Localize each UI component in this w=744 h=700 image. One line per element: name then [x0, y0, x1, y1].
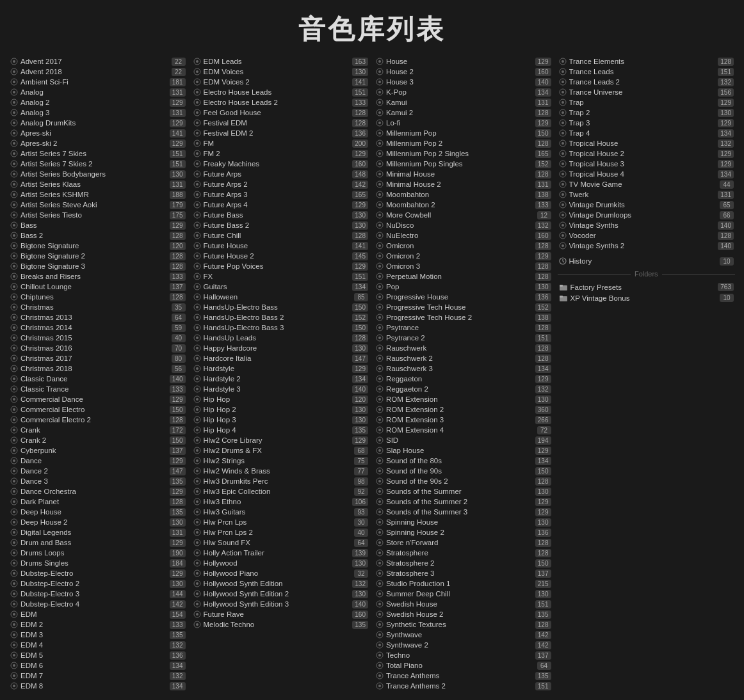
list-item[interactable]: Minimal House 128 [375, 169, 553, 179]
list-item[interactable]: Sounds of the Summer 2 129 [375, 497, 553, 507]
list-item[interactable]: Commercial Electro 150 [9, 404, 187, 415]
list-item[interactable]: Halloween 85 [192, 292, 370, 302]
list-item[interactable]: Bigtone Signature 120 [9, 241, 187, 251]
list-item[interactable]: Total Piano 64 [375, 660, 553, 671]
list-item[interactable]: Sound of the 90s 150 [375, 466, 553, 476]
list-item[interactable]: Festival EDM 128 [192, 118, 370, 128]
list-item[interactable]: Trap 2 130 [558, 107, 736, 118]
list-item[interactable]: Sound of the 90s 2 128 [375, 476, 553, 486]
list-item[interactable]: Hardstyle 129 [192, 363, 370, 374]
list-item[interactable]: EDM Voices 2 141 [192, 77, 370, 87]
list-item[interactable]: Rauschwerk 3 134 [375, 363, 553, 374]
list-item[interactable]: Analog 2 129 [9, 97, 187, 107]
list-item[interactable]: Millennium Pop 2 Singles 165 [375, 148, 553, 159]
list-item[interactable]: Hlw Prcn Lps 30 [192, 517, 370, 527]
list-item[interactable]: Analog DrumKits 129 [9, 118, 187, 128]
list-item[interactable]: EDM 3 135 [9, 630, 187, 640]
list-item[interactable]: Future Bass 2 130 [192, 220, 370, 230]
list-item[interactable]: Stratosphere 3 137 [375, 568, 553, 578]
list-item[interactable]: Bass 129 [9, 220, 187, 230]
list-item[interactable]: Future House 141 [192, 241, 370, 251]
list-item[interactable]: Millennium Pop 2 128 [375, 138, 553, 148]
list-item[interactable]: Progressive House 136 [375, 292, 553, 302]
list-item[interactable]: Hollywood Piano 32 [192, 568, 370, 578]
list-item[interactable]: Synthwave 2 142 [375, 640, 553, 650]
list-item[interactable]: Synthetic Textures 128 [375, 619, 553, 630]
list-item[interactable]: Hollywood 130 [192, 558, 370, 568]
list-item[interactable]: FX 151 [192, 271, 370, 282]
list-item[interactable]: Summer Deep Chill 130 [375, 589, 553, 599]
list-item[interactable]: Electro House Leads 151 [192, 87, 370, 97]
list-item[interactable]: FM 200 [192, 138, 370, 148]
list-item[interactable]: Synthwave 142 [375, 630, 553, 640]
list-item[interactable]: Guitars 134 [192, 282, 370, 292]
list-item[interactable]: Apres-ski 141 [9, 128, 187, 138]
list-item[interactable]: EDM Leads 163 [192, 56, 370, 67]
list-item[interactable]: Feel Good House 128 [192, 107, 370, 118]
list-item[interactable]: Trap 3 129 [558, 118, 736, 128]
list-item[interactable]: Christmas 2018 56 [9, 363, 187, 374]
list-item[interactable]: Freaky Machines 160 [192, 159, 370, 169]
list-item[interactable]: Trance Universe 156 [558, 87, 736, 97]
list-item[interactable]: Breaks and Risers 133 [9, 271, 187, 282]
list-item[interactable]: Hip Hop 2 130 [192, 404, 370, 415]
list-item[interactable]: Deep House 135 [9, 507, 187, 517]
list-item[interactable]: Vintage Synths 2 140 [558, 241, 736, 251]
list-item[interactable]: Holly Action Trailer 139 [192, 548, 370, 558]
list-item[interactable]: Analog 3 131 [9, 107, 187, 118]
list-item[interactable]: Trap 129 [558, 97, 736, 107]
list-item[interactable]: Classic Dance 140 [9, 374, 187, 384]
list-item[interactable]: Moombahton 2 133 [375, 200, 553, 210]
list-item[interactable]: Festival EDM 2 136 [192, 128, 370, 138]
list-item[interactable]: Dubstep-Electro 3 144 [9, 589, 187, 599]
list-item[interactable]: Christmas 2015 40 [9, 333, 187, 343]
list-item[interactable]: HandsUp-Electro Bass 2 152 [192, 312, 370, 322]
list-item[interactable]: Dubstep-Electro 2 130 [9, 578, 187, 589]
list-item[interactable]: Bass 2 128 [9, 230, 187, 241]
folder-item[interactable]: Factory Presets 763 [558, 282, 736, 292]
list-item[interactable]: Artist Series Klaas 131 [9, 179, 187, 189]
list-item[interactable]: Bigtone Signature 3 128 [9, 261, 187, 271]
list-item[interactable]: Artist Series Bodybangers 130 [9, 169, 187, 179]
list-item[interactable]: Trance Elements 128 [558, 56, 736, 67]
list-item[interactable]: Vintage Drumloops 66 [558, 210, 736, 220]
list-item[interactable]: HandsUp-Electro Bass 150 [192, 302, 370, 312]
list-item[interactable]: Hlw3 Guitars 93 [192, 507, 370, 517]
list-item[interactable]: Future Arps 148 [192, 169, 370, 179]
list-item[interactable]: Drums Singles 184 [9, 558, 187, 568]
list-item[interactable]: Dance Orchestra 129 [9, 486, 187, 497]
list-item[interactable]: Hlw2 Winds & Brass 77 [192, 466, 370, 476]
list-item[interactable]: Pop 130 [375, 282, 553, 292]
list-item[interactable]: Classic Trance 133 [9, 384, 187, 394]
list-item[interactable]: Sound of the 80s 134 [375, 456, 553, 466]
list-item[interactable]: Drums Loops 190 [9, 548, 187, 558]
list-item[interactable]: Trance Leads 2 132 [558, 77, 736, 87]
list-item[interactable]: Swedish House 151 [375, 599, 553, 609]
list-item[interactable]: Sounds of the Summer 130 [375, 486, 553, 497]
list-item[interactable]: Spinning House 2 136 [375, 527, 553, 537]
list-item[interactable]: Stratosphere 2 150 [375, 558, 553, 568]
list-item[interactable]: Hip Hop 3 130 [192, 415, 370, 425]
list-item[interactable]: SID 194 [375, 435, 553, 445]
list-item[interactable]: Christmas 2017 80 [9, 353, 187, 363]
list-item[interactable]: EDM 154 [9, 609, 187, 619]
list-item[interactable]: Trance Anthems 2 151 [375, 681, 553, 691]
list-item[interactable]: Reggaeton 129 [375, 374, 553, 384]
list-item[interactable]: Future Arps 4 129 [192, 200, 370, 210]
list-item[interactable]: Analog 131 [9, 87, 187, 97]
list-item[interactable]: Dance 2 147 [9, 466, 187, 476]
list-item[interactable]: ROM Extension 3 266 [375, 415, 553, 425]
list-item[interactable]: Artist Series KSHMR 188 [9, 189, 187, 200]
list-item[interactable]: Hlw2 Strings 75 [192, 456, 370, 466]
list-item[interactable]: Twerk 131 [558, 189, 736, 200]
list-item[interactable]: Omicron 2 129 [375, 251, 553, 261]
list-item[interactable]: Christmas 2014 59 [9, 322, 187, 333]
list-item[interactable]: Lo-fi 129 [375, 118, 553, 128]
list-item[interactable]: Hlw Prcn Lps 2 40 [192, 527, 370, 537]
list-item[interactable]: Dance 129 [9, 456, 187, 466]
list-item[interactable]: Hardstyle 3 140 [192, 384, 370, 394]
list-item[interactable]: Hardstyle 2 134 [192, 374, 370, 384]
list-item[interactable]: Tropical House 3 129 [558, 159, 736, 169]
list-item[interactable]: More Cowbell 12 [375, 210, 553, 220]
list-item[interactable]: Dubstep-Electro 4 142 [9, 599, 187, 609]
